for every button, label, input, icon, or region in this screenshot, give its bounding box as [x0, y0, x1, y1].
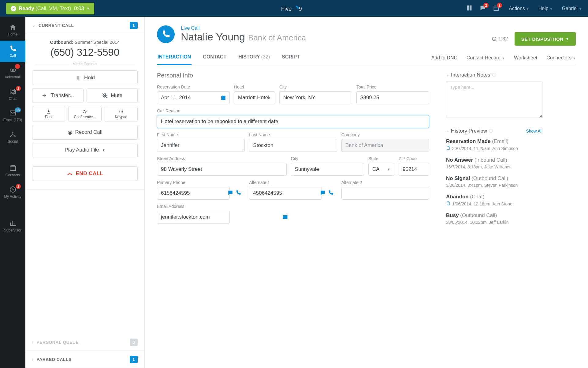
set-disposition-button[interactable]: SET DISPOSITION▼: [515, 32, 576, 46]
total-price-input[interactable]: [356, 91, 429, 104]
envelope-icon[interactable]: [282, 214, 288, 220]
connectors-link[interactable]: Connectors▼: [546, 55, 576, 61]
chevron-down-icon: ⌄: [446, 73, 449, 77]
last-name-input[interactable]: [249, 139, 337, 152]
park-button[interactable]: Park: [32, 106, 65, 122]
svg-point-16: [121, 112, 121, 113]
city-input[interactable]: [279, 91, 352, 104]
last-name-label: Last Name: [249, 132, 337, 137]
interaction-notes-textarea[interactable]: [446, 81, 542, 118]
add-to-dnc-link[interactable]: Add to DNC: [431, 55, 457, 61]
user-menu[interactable]: Gabriel▼: [562, 6, 582, 11]
help-menu[interactable]: Help▼: [538, 6, 553, 11]
history-item-meta: 28/05/2014, 10:02pm, Jeff Larkin: [446, 220, 508, 225]
interaction-notes-title[interactable]: ⌄Interaction Notesⓘ: [446, 72, 542, 78]
call-reason-input[interactable]: [157, 115, 429, 128]
history-item[interactable]: Abandon (Chat)1/06/2014, 12:18pm, Ann St…: [446, 194, 542, 206]
svg-point-12: [119, 111, 120, 112]
history-item[interactable]: No Answer (Inbound Call)16/7/2014, 8:13a…: [446, 157, 542, 169]
conference-button[interactable]: Conference...: [68, 106, 101, 122]
calendar-notification-icon[interactable]: 1: [493, 5, 500, 12]
alt2-label: Alternate 2: [341, 180, 429, 185]
book-icon[interactable]: [466, 5, 473, 12]
history-item-title: Reservation Made: [446, 138, 491, 144]
transfer-button[interactable]: Transfer...: [32, 88, 84, 103]
first-name-input[interactable]: [157, 139, 245, 152]
history-item[interactable]: Reservation Made (Email)20/7/2014, 11:25…: [446, 138, 542, 151]
phone-icon[interactable]: [328, 190, 333, 197]
svg-point-4: [12, 132, 13, 133]
live-call-label: Live Call: [181, 25, 306, 31]
accordion-personal-queue[interactable]: › PERSONAL QUEUE 0: [25, 334, 144, 351]
alt2-input[interactable]: [341, 187, 429, 200]
email-input[interactable]: [157, 211, 230, 223]
tab-script[interactable]: SCRIPT: [281, 54, 300, 65]
hold-button[interactable]: Hold: [32, 70, 138, 85]
accordion-current-call[interactable]: ⌄ CURRENT CALL 1: [25, 17, 144, 34]
show-all-link[interactable]: Show All: [526, 129, 542, 133]
sms-icon[interactable]: [320, 190, 326, 197]
svg-rect-19: [221, 96, 225, 100]
rail-social[interactable]: Social: [0, 126, 25, 148]
play-audio-button[interactable]: Play Audio File▼: [32, 143, 138, 157]
caret-down-icon: ▼: [573, 57, 576, 60]
reservation-date-input[interactable]: [157, 91, 230, 104]
city2-input[interactable]: [291, 163, 364, 176]
primary-phone-input[interactable]: [157, 187, 230, 200]
rail-email[interactable]: Email (173)13: [0, 105, 25, 126]
status-timer: 0:03: [74, 6, 84, 12]
side-column: ⌄Interaction Notesⓘ ⌄History Previewⓘ Sh…: [446, 72, 542, 231]
caret-down-icon: ▼: [268, 96, 271, 100]
content-columns: Personal Info Reservation Date Hotel Mar…: [157, 72, 576, 231]
rail-chat[interactable]: Chat2: [0, 84, 25, 105]
calendar-icon[interactable]: [221, 95, 226, 100]
worksheet-link[interactable]: Worksheet: [514, 55, 537, 61]
tabs-row: INTERACTION CONTACT HISTORY (32) SCRIPT …: [157, 54, 576, 65]
zip-label: ZIP Code: [399, 156, 429, 161]
left-panel: ⌄ CURRENT CALL 1 Outbound: Summer Specia…: [25, 17, 145, 368]
alt1-input[interactable]: [249, 187, 322, 200]
record-button[interactable]: ◉Record Call: [32, 125, 138, 140]
rail-voicemail[interactable]: Voicemail: [0, 62, 25, 84]
rail-call[interactable]: Call: [0, 41, 25, 62]
current-call-panel: Outbound: Summer Special 2014 (650) 312-…: [25, 34, 144, 190]
keypad-button[interactable]: Keypad: [105, 106, 138, 122]
tab-history[interactable]: HISTORY (32): [238, 54, 270, 65]
actions-menu[interactable]: Actions▼: [509, 6, 529, 11]
caret-down-icon: ▼: [579, 7, 582, 11]
company-input[interactable]: [341, 139, 429, 152]
tab-contact[interactable]: CONTACT: [202, 54, 227, 65]
tab-interaction[interactable]: INTERACTION: [157, 54, 192, 65]
call-title: Live Call Natalie YoungBank of America: [181, 25, 306, 43]
rail-contacts[interactable]: Contacts: [0, 160, 25, 182]
end-call-button[interactable]: END CALL: [32, 166, 138, 181]
media-controls-label: Media Controls: [32, 62, 138, 66]
caret-down-icon: ▼: [387, 167, 390, 171]
rail-activity[interactable]: My Activity2: [0, 182, 25, 203]
left-nav-rail: Home Call Voicemail Chat2 Email (173)13 …: [0, 17, 25, 368]
accordion-parked-calls[interactable]: › PARKED CALLS 1: [25, 351, 144, 368]
history-item-meta: 1/06/2014, 12:18pm, Ann Stone: [452, 201, 512, 206]
hotel-select[interactable]: Marriott Hotel▼: [234, 91, 275, 104]
history-item[interactable]: No Signal (Outbound Call)3/06/2014, 3:41…: [446, 175, 542, 188]
history-item[interactable]: Busy (Outbound Call)28/05/2014, 10:02pm,…: [446, 212, 542, 225]
calendar-badge: 1: [497, 3, 502, 8]
rail-supervisor[interactable]: Supervisor: [0, 215, 25, 237]
history-item-title: No Answer: [446, 157, 473, 163]
agent-status-pill[interactable]: ✓ Ready (Call, VM, Text) 0:03 ▼: [6, 3, 94, 14]
zip-input[interactable]: [399, 163, 429, 176]
state-select[interactable]: CA▼: [368, 163, 394, 176]
contact-record-link[interactable]: Contact Record▼: [467, 55, 505, 61]
svg-point-3: [13, 69, 16, 71]
street-input[interactable]: [157, 163, 287, 176]
contact-name: Natalie Young: [181, 31, 245, 43]
rail-home[interactable]: Home: [0, 19, 25, 41]
svg-point-14: [122, 111, 123, 112]
mute-button[interactable]: Mute: [87, 88, 138, 103]
history-preview-title[interactable]: ⌄History Previewⓘ: [446, 128, 493, 134]
phone-icon[interactable]: [236, 190, 241, 197]
top-menu: 2 1 Actions▼ Help▼ Gabriel▼: [466, 5, 582, 12]
sms-icon[interactable]: [228, 190, 233, 197]
chat-notification-icon[interactable]: 2: [479, 5, 486, 12]
email-badge: 13: [15, 107, 21, 112]
